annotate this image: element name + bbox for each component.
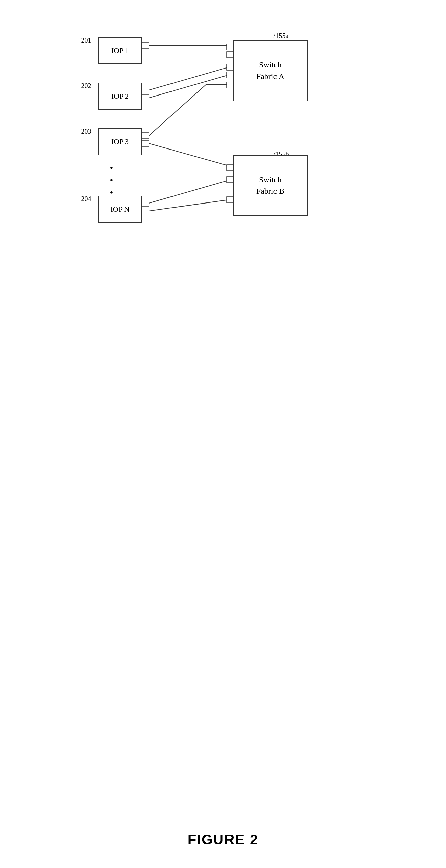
svg-line-15 (149, 179, 233, 203)
svg-rect-14 (142, 208, 149, 214)
switch-a-box: SwitchFabric A (233, 40, 308, 101)
diagram-area: 201 IOP 1 202 IOP 2 203 IOP 3 ••• 204 IO… (71, 27, 375, 246)
page-container: 201 IOP 1 202 IOP 2 203 IOP 3 ••• 204 IO… (0, 0, 446, 868)
ref-155a: /155a (274, 32, 289, 40)
ref-204: 204 (81, 195, 91, 203)
svg-rect-9 (142, 140, 149, 146)
svg-rect-8 (142, 133, 149, 139)
svg-rect-1 (142, 50, 149, 56)
switch-a-label: SwitchFabric A (256, 59, 284, 82)
svg-line-10 (149, 84, 206, 136)
svg-rect-21 (227, 82, 233, 88)
svg-rect-24 (227, 197, 233, 203)
svg-line-6 (149, 66, 233, 90)
svg-rect-23 (227, 177, 233, 183)
svg-rect-18 (227, 52, 233, 58)
switch-b-box: SwitchFabric B (233, 155, 308, 216)
iop3-box: IOP 3 (98, 128, 142, 155)
ref-202: 202 (81, 82, 91, 90)
svg-line-16 (149, 199, 233, 211)
figure-caption: FIGURE 2 (188, 832, 259, 868)
svg-rect-20 (227, 72, 233, 78)
ellipsis-dots: ••• (110, 162, 114, 199)
iop2-box: IOP 2 (98, 83, 142, 110)
svg-rect-5 (142, 95, 149, 101)
iop1-box: IOP 1 (98, 37, 142, 64)
ref-203: 203 (81, 128, 91, 135)
switch-b-label: SwitchFabric B (256, 174, 284, 197)
svg-line-7 (149, 74, 233, 98)
svg-rect-19 (227, 64, 233, 70)
svg-rect-22 (227, 165, 233, 171)
svg-rect-17 (227, 44, 233, 50)
svg-line-12 (149, 143, 233, 167)
svg-rect-13 (142, 200, 149, 206)
iop4-box: IOP N (98, 196, 142, 223)
ref-201: 201 (81, 36, 91, 44)
svg-rect-0 (142, 42, 149, 48)
svg-rect-4 (142, 87, 149, 93)
